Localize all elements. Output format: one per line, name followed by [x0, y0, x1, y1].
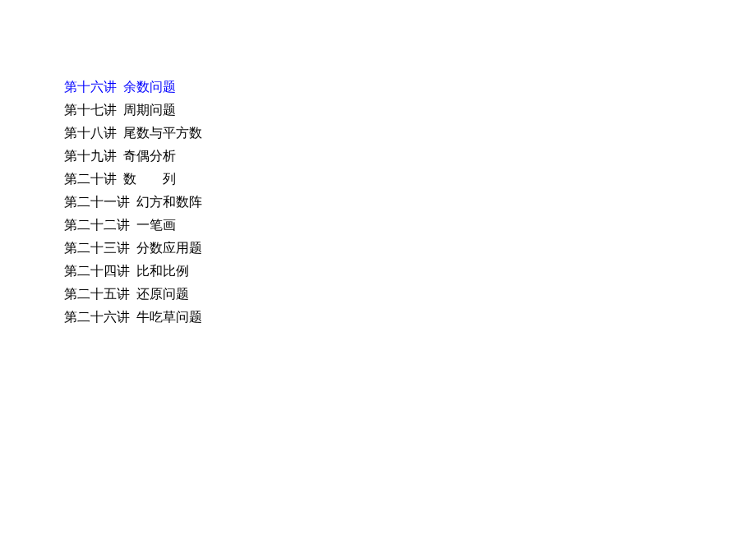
toc-item[interactable]: 第二十讲 数 列 [64, 168, 756, 191]
toc-item[interactable]: 第十六讲 余数问题 [64, 76, 756, 99]
toc-item[interactable]: 第十七讲 周期问题 [64, 99, 756, 122]
toc-item[interactable]: 第十八讲 尾数与平方数 [64, 122, 756, 145]
toc-item[interactable]: 第二十五讲 还原问题 [64, 283, 756, 306]
toc-item[interactable]: 第二十一讲 幻方和数阵 [64, 191, 756, 214]
toc-item[interactable]: 第十九讲 奇偶分析 [64, 145, 756, 168]
toc-item[interactable]: 第二十四讲 比和比例 [64, 260, 756, 283]
table-of-contents: 第十六讲 余数问题 第十七讲 周期问题 第十八讲 尾数与平方数 第十九讲 奇偶分… [64, 76, 756, 329]
toc-item[interactable]: 第二十六讲 牛吃草问题 [64, 306, 756, 329]
toc-item[interactable]: 第二十三讲 分数应用题 [64, 237, 756, 260]
toc-item[interactable]: 第二十二讲 一笔画 [64, 214, 756, 237]
